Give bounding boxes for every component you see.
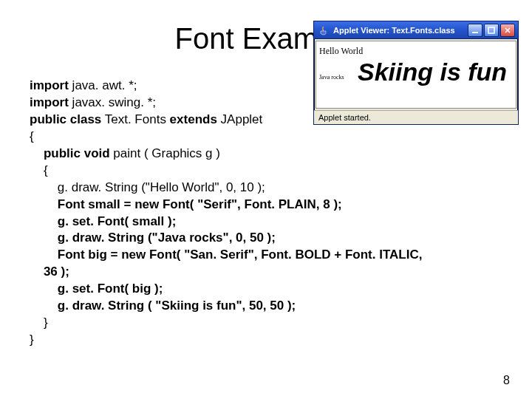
applet-statusbar: Applet started. [314,110,518,124]
applet-window: Applet Viewer: Text.Fonts.class Hello Wo… [313,21,519,125]
minimize-button[interactable] [468,24,482,37]
window-titlebar[interactable]: Applet Viewer: Text.Fonts.class [314,21,518,39]
canvas-skiing-text: Skiing is fun [358,58,507,86]
canvas-javarocks-text: Java rocks [319,74,344,81]
canvas-hello-text: Hello World [319,46,363,57]
maximize-button[interactable] [484,24,499,37]
close-button[interactable] [500,24,515,37]
code-line: public void paint ( Graphics g ) [30,146,502,163]
code-line: Font small = new Font( "Serif", Font. PL… [30,197,502,214]
svg-rect-1 [488,27,494,33]
code-line: 36 ); [30,264,502,281]
code-line: g. set. Font( small ); [30,214,502,231]
svg-rect-0 [472,32,478,33]
code-line: { [30,129,502,146]
code-line: g. draw. String ( "Skiing is fun", 50, 5… [30,298,502,315]
slide: Font Example import java. awt. *;import … [0,0,532,399]
java-cup-icon [318,25,329,35]
window-title: Applet Viewer: Text.Fonts.class [333,26,468,35]
code-line: g. draw. String ("Java rocks", 0, 50 ); [30,230,502,247]
code-line: g. draw. String ("Hello World", 0, 10 ); [30,180,502,197]
code-line: g. set. Font( big ); [30,281,502,298]
code-line: Font big = new Font( "San. Serif", Font.… [30,247,502,264]
code-line: } [30,332,502,349]
applet-canvas: Hello World Java rocks Skiing is fun [316,41,516,109]
page-number: 8 [503,374,510,387]
code-line: { [30,163,502,180]
window-buttons [468,24,515,37]
code-line: } [30,315,502,332]
